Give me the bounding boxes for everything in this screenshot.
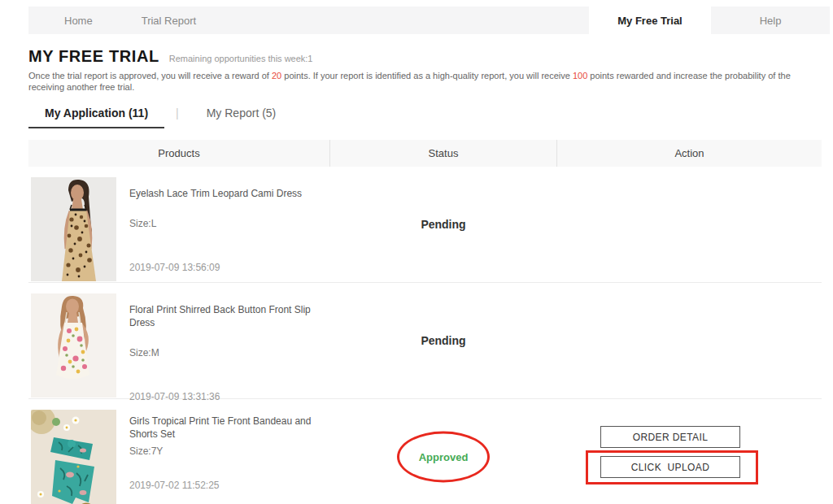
products-cell: Eyelash Lace Trim Leopard Cami Dress Siz… [28,167,329,282]
tab-my-report[interactable]: My Report (5) [190,103,293,127]
order-detail-button[interactable]: ORDER DETAIL [600,426,740,448]
table-row: Girls Tropical Print Tie Front Bandeau a… [28,399,822,504]
reward-points-20: 20 [272,71,281,80]
column-header-action: Action [557,140,822,167]
title-row: MY FREE TRIAL Remaining opportunities th… [28,47,805,66]
product-photo[interactable] [31,177,116,281]
tab-separator: | [176,103,179,119]
application-date: 2019-07-09 13:56:09 [129,262,329,273]
status-cell: Approved [329,399,557,504]
application-date: 2019-07-02 11:52:25 [129,480,329,491]
free-trial-page: Home Trial Report My Free Trial Help MY … [0,7,833,504]
nav-item-home[interactable]: Home [40,15,117,27]
product-info: Eyelash Lace Trim Leopard Cami Dress Siz… [129,177,329,282]
status-pending: Pending [421,218,465,231]
product-size: Size:M [129,347,329,358]
product-info: Floral Print Shirred Back Button Front S… [129,293,329,398]
tropical-bandeau-shorts-set-image [31,410,116,504]
reward-description: Once the trial report is approved, you w… [28,70,805,93]
products-cell: Girls Tropical Print Tie Front Bandeau a… [28,399,329,504]
leopard-cami-dress-image [31,177,116,281]
product-size: Size:7Y [129,445,329,457]
reward-points-100: 100 [573,71,587,80]
status-pending: Pending [421,334,465,347]
status-cell: Pending [329,167,557,282]
column-header-status: Status [329,140,557,167]
nav-item-trial-report[interactable]: Trial Report [117,15,220,27]
product-name[interactable]: Girls Tropical Print Tie Front Bandeau a… [129,415,329,441]
action-cell: ORDER DETAIL CLICK UPLOAD [557,399,822,504]
product-photo[interactable] [31,293,116,398]
page-title: MY FREE TRIAL [28,47,159,66]
products-cell: Floral Print Shirred Back Button Front S… [28,283,329,398]
product-size: Size:L [129,218,329,229]
table-body: Eyelash Lace Trim Leopard Cami Dress Siz… [28,167,822,504]
click-upload-annotation-box: CLICK UPLOAD [586,450,758,484]
column-header-products: Products [28,140,329,167]
action-cell [557,283,822,398]
tab-my-application[interactable]: My Application (11) [28,103,164,128]
table-header: Products Status Action [28,140,822,167]
approved-status-annotation-ellipse [397,432,490,483]
nav-item-help[interactable]: Help [711,7,830,34]
action-cell [557,167,822,282]
table-row: Eyelash Lace Trim Leopard Cami Dress Siz… [28,167,822,283]
floral-slip-dress-image [31,293,116,398]
product-photo[interactable] [31,410,116,504]
remaining-opportunities: Remaining opportunities this week:1 [169,54,313,63]
product-name[interactable]: Eyelash Lace Trim Leopard Cami Dress [129,187,329,200]
tabs-bar: My Application (11) | My Report (5) [28,103,805,128]
status-cell: Pending [329,283,557,398]
click-upload-button[interactable]: CLICK UPLOAD [600,456,740,478]
product-name[interactable]: Floral Print Shirred Back Button Front S… [129,303,329,329]
product-info: Girls Tropical Print Tie Front Bandeau a… [129,410,329,504]
action-buttons: ORDER DETAIL CLICK UPLOAD [557,399,822,484]
top-nav: Home Trial Report My Free Trial Help [28,7,830,34]
top-nav-left-group: Home Trial Report [28,7,589,34]
table-row: Floral Print Shirred Back Button Front S… [28,283,822,399]
nav-item-my-free-trial[interactable]: My Free Trial [589,7,711,34]
